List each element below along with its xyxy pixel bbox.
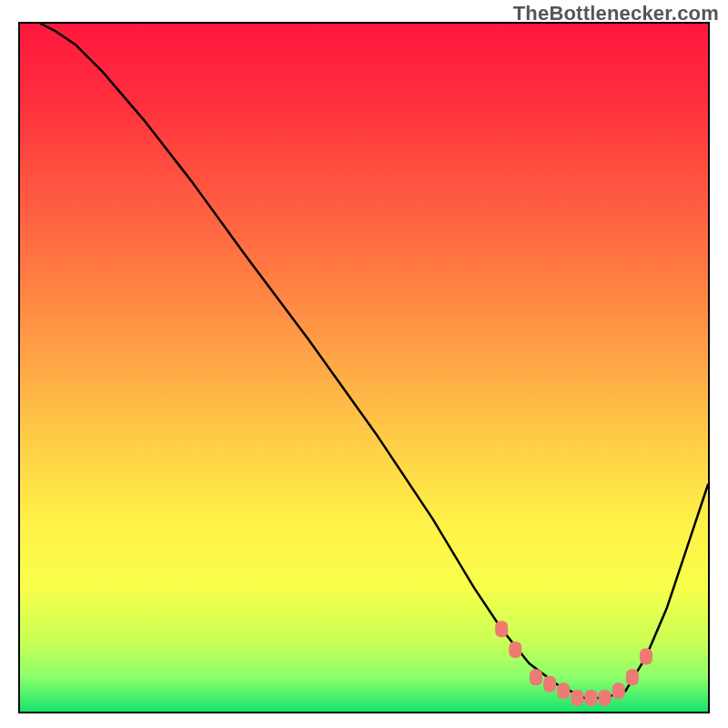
gradient-fill [20, 24, 708, 712]
bottleneck-chart: TheBottlenecker.com [0, 0, 728, 728]
gradient-background [20, 24, 708, 712]
plot-area [18, 22, 710, 713]
